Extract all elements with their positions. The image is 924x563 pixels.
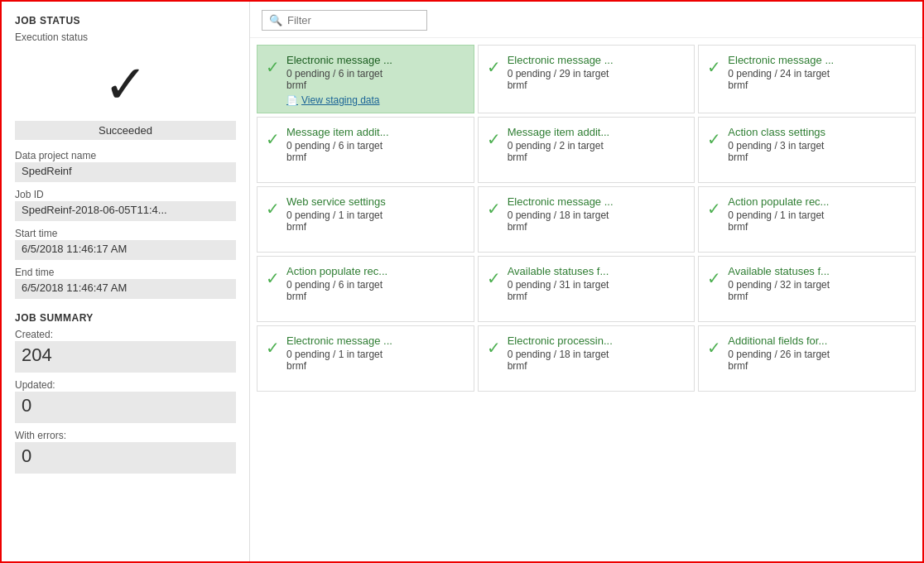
card-check-icon: ✓	[487, 199, 501, 219]
updated-value: 0	[15, 392, 236, 423]
filter-input[interactable]	[287, 14, 411, 26]
status-badge: Succeeded	[15, 121, 236, 140]
card-body: Additional fields for... 0 pending / 26 …	[728, 334, 907, 372]
card-body: Electronic message ... 0 pending / 1 in …	[286, 334, 465, 372]
data-project-name-label: Data project name	[15, 150, 236, 161]
link-text: View staging data	[301, 94, 380, 106]
card-item: ✓ Action class settings 0 pending / 3 in…	[698, 117, 916, 183]
data-project-name-group: Data project name SpedReinf	[15, 150, 236, 182]
card-body: Electronic message ... 0 pending / 6 in …	[286, 54, 465, 106]
card-tag: brmf	[508, 360, 686, 372]
card-tag: brmf	[728, 360, 907, 372]
job-id-value: SpedReinf-2018-06-05T11:4...	[15, 201, 236, 221]
card-item: ✓ Action populate rec... 0 pending / 1 i…	[698, 186, 916, 253]
updated-group: Updated: 0	[15, 379, 236, 423]
checkmark-area: ✓	[15, 51, 236, 118]
created-label: Created:	[15, 329, 236, 340]
card-title: Electronic message ...	[508, 195, 686, 208]
card-title: Action populate rec...	[728, 195, 907, 208]
card-pending: 0 pending / 1 in target	[728, 209, 907, 221]
card-pending: 0 pending / 31 in target	[508, 279, 686, 291]
job-id-label: Job ID	[15, 189, 236, 200]
card-body: Action populate rec... 0 pending / 6 in …	[286, 265, 465, 302]
with-errors-label: With errors:	[15, 430, 236, 441]
card-tag: brmf	[728, 291, 907, 302]
card-body: Electronic message ... 0 pending / 29 in…	[508, 54, 686, 91]
card-title: Action class settings	[728, 126, 907, 138]
card-pending: 0 pending / 3 in target	[728, 140, 907, 152]
card-pending: 0 pending / 1 in target	[286, 349, 465, 360]
job-summary-title: JOB SUMMARY	[15, 312, 236, 324]
card-check-icon: ✓	[487, 57, 501, 77]
card-body: Electronic message ... 0 pending / 18 in…	[508, 195, 686, 233]
card-item: ✓ Action populate rec... 0 pending / 6 i…	[257, 256, 474, 322]
updated-label: Updated:	[15, 379, 236, 391]
card-title: Message item addit...	[286, 126, 465, 138]
card-tag: brmf	[728, 221, 907, 233]
card-check-icon: ✓	[487, 338, 501, 358]
left-panel: JOB STATUS Execution status ✓ Succeeded …	[2, 2, 250, 561]
card-tag: brmf	[286, 152, 465, 163]
card-title: Additional fields for...	[728, 334, 907, 347]
card-check-icon: ✓	[487, 268, 501, 288]
card-check-icon: ✓	[707, 338, 721, 358]
card-pending: 0 pending / 6 in target	[286, 279, 465, 291]
card-item: ✓ Additional fields for... 0 pending / 2…	[698, 325, 916, 392]
card-title: Electronic message ...	[508, 54, 686, 66]
card-check-icon: ✓	[707, 129, 721, 149]
with-errors-value: 0	[15, 442, 236, 474]
card-title: Action populate rec...	[286, 265, 465, 277]
card-tag: brmf	[728, 152, 907, 163]
card-tag: brmf	[286, 79, 465, 91]
start-time-group: Start time 6/5/2018 11:46:17 AM	[15, 228, 236, 260]
card-tag: brmf	[728, 79, 907, 91]
card-title: Available statuses f...	[508, 265, 686, 277]
card-item: ✓ Electronic message ... 0 pending / 24 …	[698, 45, 916, 113]
success-checkmark-icon: ✓	[103, 58, 148, 111]
card-check-icon: ✓	[487, 129, 501, 149]
card-check-icon: ✓	[266, 199, 280, 219]
job-status-title: JOB STATUS	[15, 15, 236, 26]
search-icon: 🔍	[269, 14, 282, 26]
data-project-name-value: SpedReinf	[15, 162, 236, 182]
card-pending: 0 pending / 29 in target	[508, 68, 686, 79]
card-title: Electronic message ...	[286, 54, 465, 66]
card-check-icon: ✓	[266, 338, 280, 358]
card-item: ✓ Electronic message ... 0 pending / 29 …	[478, 45, 695, 113]
card-body: Message item addit... 0 pending / 2 in t…	[508, 126, 686, 163]
filter-input-wrap[interactable]: 🔍	[262, 10, 427, 31]
card-tag: brmf	[286, 221, 465, 233]
start-time-value: 6/5/2018 11:46:17 AM	[15, 240, 236, 260]
job-id-group: Job ID SpedReinf-2018-06-05T11:4...	[15, 189, 236, 221]
cards-grid: ✓ Electronic message ... 0 pending / 6 i…	[250, 38, 922, 561]
card-tag: brmf	[286, 291, 465, 302]
view-staging-data-link[interactable]: 📄View staging data	[286, 94, 465, 106]
card-body: Electronic processin... 0 pending / 18 i…	[508, 334, 686, 372]
end-time-group: End time 6/5/2018 11:46:47 AM	[15, 267, 236, 299]
card-pending: 0 pending / 18 in target	[508, 209, 686, 221]
card-item: ✓ Electronic message ... 0 pending / 1 i…	[257, 325, 474, 392]
end-time-label: End time	[15, 267, 236, 278]
right-panel: 🔍 ✓ Electronic message ... 0 pending / 6…	[250, 2, 922, 561]
card-item: ✓ Electronic processin... 0 pending / 18…	[478, 325, 695, 392]
card-tag: brmf	[508, 221, 686, 233]
card-check-icon: ✓	[266, 129, 280, 149]
app-container: JOB STATUS Execution status ✓ Succeeded …	[0, 0, 924, 563]
card-check-icon: ✓	[707, 199, 721, 219]
card-title: Message item addit...	[508, 126, 686, 138]
card-item: ✓ Message item addit... 0 pending / 2 in…	[478, 117, 695, 183]
document-icon: 📄	[286, 95, 298, 106]
filter-bar: 🔍	[250, 2, 922, 38]
card-pending: 0 pending / 26 in target	[728, 349, 907, 360]
card-check-icon: ✓	[266, 57, 280, 77]
card-check-icon: ✓	[707, 268, 721, 288]
card-body: Available statuses f... 0 pending / 31 i…	[508, 265, 686, 302]
start-time-label: Start time	[15, 228, 236, 239]
card-body: Action populate rec... 0 pending / 1 in …	[728, 195, 907, 233]
card-body: Web service settings 0 pending / 1 in ta…	[286, 195, 465, 233]
card-body: Electronic message ... 0 pending / 24 in…	[728, 54, 907, 91]
card-body: Action class settings 0 pending / 3 in t…	[728, 126, 907, 163]
card-check-icon: ✓	[266, 268, 280, 288]
card-body: Message item addit... 0 pending / 6 in t…	[286, 126, 465, 163]
card-check-icon: ✓	[707, 57, 721, 77]
